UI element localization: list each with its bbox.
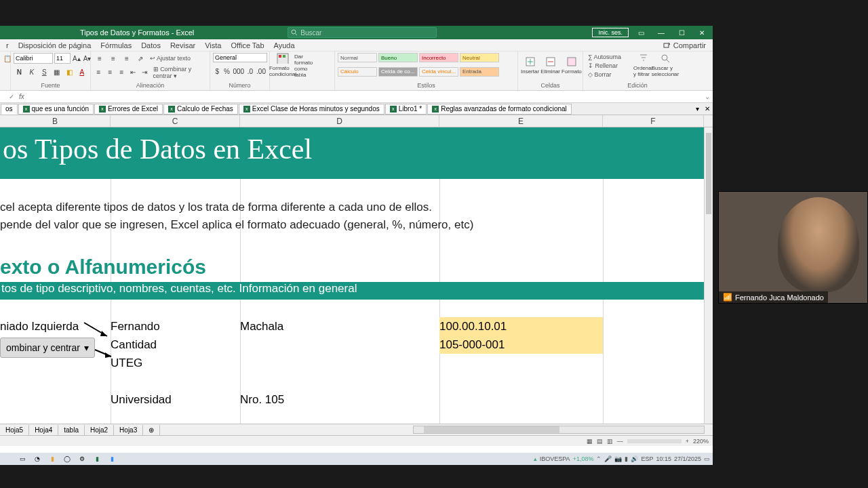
align-left-icon[interactable]: ≡	[94, 67, 104, 78]
login-button[interactable]: Inic. ses.	[592, 28, 629, 37]
horizontal-scrollbar[interactable]	[413, 426, 705, 434]
settings-icon[interactable]: ⚙	[75, 453, 90, 464]
excel-icon[interactable]: ▮	[90, 453, 104, 464]
minimize-button[interactable]: —	[653, 27, 669, 38]
dec-dec-icon[interactable]: .00	[256, 66, 267, 77]
thousands-icon[interactable]: 000	[233, 66, 245, 77]
format-cells-button[interactable]: Formato	[561, 53, 582, 77]
new-sheet-button[interactable]: ⊕	[143, 425, 160, 435]
conditional-format-button[interactable]: Formato condicional	[273, 53, 293, 77]
stock-ticker[interactable]: IBOVESPA	[540, 455, 570, 462]
tray-mic-icon[interactable]: 🎤	[604, 455, 612, 462]
align-bottom-icon[interactable]: ≡	[121, 53, 133, 64]
chrome-icon[interactable]: ◯	[60, 453, 75, 464]
menu-item[interactable]: Disposición de página	[14, 41, 96, 49]
view-normal-icon[interactable]: ▦	[587, 438, 593, 445]
cell[interactable]: Nro. 105	[240, 393, 439, 407]
cell[interactable]: Machala	[240, 320, 439, 333]
align-center-icon[interactable]: ≡	[105, 67, 115, 78]
find-select-button[interactable]: Buscar y seleccionar	[655, 53, 675, 77]
style-calculo[interactable]: Cálculo	[338, 67, 377, 77]
border-icon[interactable]: ▦	[52, 67, 63, 78]
style-entrada[interactable]: Entrada	[460, 67, 499, 77]
sheet-tab[interactable]: Hoja4	[29, 425, 58, 435]
indent-dec-icon[interactable]: ⇤	[128, 67, 138, 78]
expand-formula-icon[interactable]: ⌄	[702, 93, 713, 100]
tray-date[interactable]: 27/1/2025	[674, 455, 701, 462]
style-bueno[interactable]: Bueno	[378, 53, 418, 62]
tray-vol-icon[interactable]: 🔊	[631, 455, 638, 462]
workbook-tab[interactable]: xExcel Clase de Horas minutos y segundos	[239, 104, 384, 115]
cell[interactable]: Fernando	[111, 320, 240, 333]
workbook-tab[interactable]: os	[1, 104, 18, 115]
workbook-tab[interactable]: xErrores de Excel	[94, 104, 163, 115]
autosum-button[interactable]: ∑ Autosuma	[586, 53, 623, 61]
fx-icon[interactable]: fx	[16, 93, 27, 100]
workbook-tab[interactable]: xReglas avanzadas de formato condicional	[427, 104, 572, 115]
menu-item[interactable]: Office Tab	[226, 41, 269, 49]
menu-item[interactable]: Revisar	[165, 41, 200, 49]
col-header[interactable]: E	[439, 115, 603, 127]
italic-button[interactable]: K	[26, 67, 38, 78]
indent-inc-icon[interactable]: ⇥	[140, 67, 150, 78]
increase-font-icon[interactable]: A▴	[72, 53, 81, 64]
tray-chevron-icon[interactable]: ⌃	[596, 455, 601, 462]
zoom-app-icon[interactable]: ▮	[104, 453, 119, 464]
menu-item[interactable]: Fórmulas	[96, 41, 136, 49]
font-name-select[interactable]	[14, 53, 53, 64]
taskview-icon[interactable]: ▭	[15, 453, 30, 464]
view-layout-icon[interactable]: ▤	[597, 438, 603, 445]
menu-item[interactable]: Ayuda	[269, 41, 300, 49]
clear-button[interactable]: ◇ Borrar	[586, 70, 614, 79]
app-icon[interactable]: ◔	[30, 453, 45, 464]
explorer-icon[interactable]: ▮	[45, 453, 60, 464]
format-as-table-button[interactable]: Dar formato como tabla	[294, 53, 315, 77]
close-button[interactable]: ✕	[694, 27, 710, 38]
align-right-icon[interactable]: ≡	[117, 67, 127, 78]
merge-center-button[interactable]: ⊞ Combinar y centrar ▾	[151, 65, 207, 80]
percent-icon[interactable]: %	[222, 66, 231, 77]
formula-input[interactable]	[27, 92, 702, 102]
accept-icon[interactable]: ✓	[7, 93, 16, 100]
start-button[interactable]	[0, 453, 15, 464]
tray-time[interactable]: 10:15	[656, 455, 671, 462]
workbook-tab[interactable]: xque es una función	[18, 104, 94, 115]
workbook-tab[interactable]: xCalculo de Fechas	[163, 104, 238, 115]
tray-net-icon[interactable]: ▮	[625, 455, 628, 462]
cell[interactable]: 100.00.10.01	[439, 320, 603, 333]
underline-button[interactable]: S	[39, 67, 50, 78]
align-top-icon[interactable]: ≡	[94, 53, 106, 64]
cell[interactable]: Universidad	[111, 393, 240, 407]
insert-cells-button[interactable]: Insertar	[521, 53, 539, 77]
wrap-text-button[interactable]: ↩ Ajustar texto	[148, 54, 193, 62]
sheet-tab[interactable]: Hoja2	[85, 425, 114, 435]
number-format-select[interactable]	[213, 53, 267, 62]
search-box[interactable]: Buscar	[288, 27, 437, 38]
share-button[interactable]: Compartir	[656, 41, 713, 49]
dec-inc-icon[interactable]: .0	[246, 66, 254, 77]
col-header[interactable]: B	[0, 115, 111, 127]
zoom-level[interactable]: 220%	[693, 438, 709, 445]
col-header[interactable]: C	[111, 115, 240, 127]
delete-cells-button[interactable]: Eliminar	[540, 53, 560, 77]
sort-filter-button[interactable]: Ordenar y filtrar	[633, 53, 654, 77]
maximize-button[interactable]: ☐	[673, 27, 690, 38]
tabs-close-icon[interactable]: ✕	[702, 105, 713, 113]
sheet-tab[interactable]: Hoja5	[0, 425, 29, 435]
menu-item[interactable]: r	[1, 41, 14, 49]
cell[interactable]: Cantidad	[111, 338, 240, 352]
tabs-menu-icon[interactable]: ▾	[693, 105, 702, 113]
tray-notif-icon[interactable]: ▭	[704, 455, 710, 462]
fill-color-icon[interactable]: ◧	[64, 67, 75, 78]
font-color-icon[interactable]: A	[77, 67, 88, 78]
cell[interactable]: 105-000-001	[439, 338, 603, 352]
style-incorrecto[interactable]: Incorrecto	[419, 53, 458, 62]
tray-lang[interactable]: ESP	[641, 455, 653, 462]
worksheet-grid[interactable]: os Tipos de Datos en Excel cel acepta di…	[0, 127, 713, 424]
zoom-slider[interactable]	[627, 439, 682, 443]
cell[interactable]: UTEG	[111, 357, 240, 370]
style-celda-vinc[interactable]: Celda vincul...	[419, 67, 458, 77]
vertical-scrollbar[interactable]	[704, 127, 713, 424]
fill-button[interactable]: ↧ Rellenar	[586, 62, 620, 70]
align-middle-icon[interactable]: ≡	[107, 53, 119, 64]
